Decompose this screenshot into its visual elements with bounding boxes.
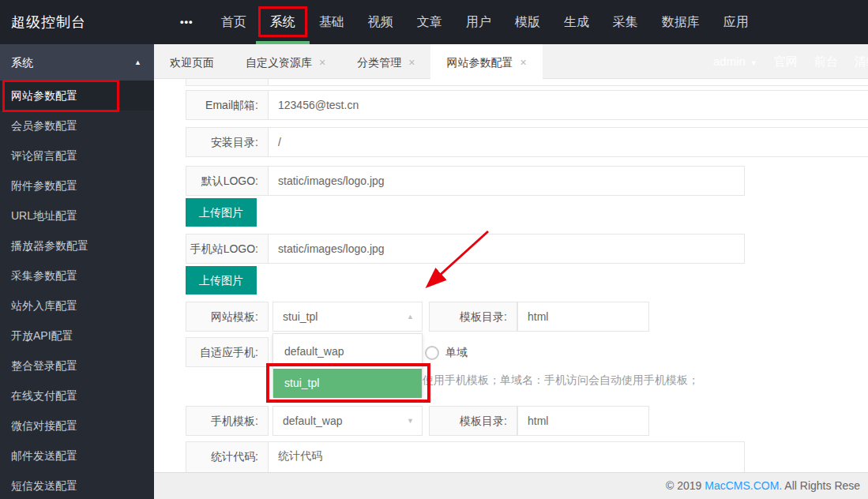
form-panel: Email邮箱: 123456@test.cn 安装目录: / 默认LOGO: … [154,79,868,499]
sidebar-item-comment-config[interactable]: 评论留言配置 [0,141,154,171]
nav-item-home[interactable]: 首页 [209,0,258,44]
footer: © 2019 MacCMS.COM. All Rights Rese [154,472,868,499]
tab-site-config[interactable]: 网站参数配置 × [430,44,542,80]
copyright-text: © 2019 MacCMS.COM. All Rights Rese [666,473,860,499]
sidebar-item-member-config[interactable]: 会员参数配置 [0,111,154,141]
tab-label: 分类管理 [357,45,401,80]
upload-image-button[interactable]: 上传图片 [186,266,257,295]
sidebar-item-external-config[interactable]: 站外入库配置 [0,291,154,321]
sidebar: 系统 ▲ 网站参数配置 会员参数配置 评论留言配置 附件参数配置 URL地址配置… [0,44,154,499]
chevron-up-icon: ▲ [134,44,141,81]
nav-item-system[interactable]: 系统 [258,0,307,44]
select-arrow-up-icon: ▲ [407,302,414,331]
nav-item-basic[interactable]: 基础 [307,0,356,44]
annotation-box-icon [258,6,307,37]
adaptive-mobile-label: 自适应手机: [186,337,269,367]
user-menu: admin▼ 官网 前台 清缓存 [713,44,868,79]
copyright-prefix: © 2019 [666,479,705,492]
app-title[interactable]: 超级控制台 [11,0,86,44]
sidebar-item-login-config[interactable]: 整合登录配置 [0,351,154,381]
template-dir-field-2[interactable]: html [517,406,649,436]
link-clear-cache[interactable]: 清缓存 [855,44,868,79]
username: admin [713,54,746,68]
maccms-link[interactable]: MacCMS.COM. [705,479,782,492]
radio-single-domain[interactable] [425,346,439,360]
nav-item-article[interactable]: 文章 [405,0,454,44]
sidebar-item-attachment-config[interactable]: 附件参数配置 [0,171,154,201]
default-logo-field[interactable]: static/images/logo.jpg [268,166,745,196]
sidebar-item-payment-config[interactable]: 在线支付配置 [0,381,154,411]
mobile-template-label: 手机模板: [186,406,269,436]
close-icon[interactable]: × [520,57,526,68]
link-official-site[interactable]: 官网 [774,44,798,79]
close-icon[interactable]: × [319,57,325,68]
nav-item-video[interactable]: 视频 [356,0,405,44]
tab-label: 自定义资源库 [246,45,312,80]
adaptive-help-text: 使用手机模板；单域名：手机访问会自动使用手机模板； [423,372,699,388]
template-dir-label: 模板目录: [429,302,517,332]
sidebar-item-url-config[interactable]: URL地址配置 [0,201,154,231]
close-icon[interactable]: × [408,57,415,68]
tab-category-manage[interactable]: 分类管理 × [341,44,430,80]
upload-image-button[interactable]: 上传图片 [186,198,257,227]
radio-single-domain-label: 单域 [445,337,468,367]
sidebar-item-mail-config[interactable]: 邮件发送配置 [0,441,154,471]
install-dir-label: 安装目录: [186,127,269,157]
dropdown-option-stui-tpl[interactable]: stui_tpl [273,369,422,398]
select-arrow-down-icon: ▼ [407,407,414,435]
site-template-label: 网站模板: [186,302,269,332]
install-dir-field[interactable]: / [268,127,868,157]
sidebar-item-api-config[interactable]: 开放API配置 [0,321,154,351]
link-front-site[interactable]: 前台 [814,44,838,79]
active-underline [256,41,310,44]
more-icon[interactable]: ••• [172,0,201,44]
template-dropdown-panel: default_wap stui_tpl [272,333,423,397]
tab-label: 欢迎页面 [170,45,214,80]
sidebar-group-label: 系统 [11,56,33,69]
tab-welcome[interactable]: 欢迎页面 [154,44,230,80]
mobile-template-select[interactable]: default_wap ▼ [272,406,423,436]
tab-label: 网站参数配置 [446,45,513,80]
nav-item-generate[interactable]: 生成 [552,0,601,44]
sidebar-item-site-config[interactable]: 网站参数配置 [0,81,154,111]
tab-bar: 欢迎页面 自定义资源库 × 分类管理 × 网站参数配置 × admin▼ 官网 … [154,44,868,79]
select-value: default_wap [283,415,343,427]
dropdown-option-default-wap[interactable]: default_wap [273,334,422,369]
nav-item-collect[interactable]: 采集 [601,0,650,44]
sidebar-item-wechat-config[interactable]: 微信对接配置 [0,411,154,441]
top-nav: ••• 首页 系统 基础 视频 文章 用户 模版 生成 采集 数据库 应用 [172,0,761,44]
top-header: 超级控制台 ••• 首页 系统 基础 视频 文章 用户 模版 生成 采集 数据库… [0,0,868,44]
sidebar-item-sms-config[interactable]: 短信发送配置 [0,471,154,499]
nav-item-app[interactable]: 应用 [712,0,761,44]
nav-item-template[interactable]: 模版 [503,0,552,44]
sidebar-group-system[interactable]: 系统 ▲ [0,44,154,81]
email-label: Email邮箱: [186,90,269,120]
mobile-logo-field[interactable]: static/images/logo.jpg [268,234,745,264]
admin-page: 超级控制台 ••• 首页 系统 基础 视频 文章 用户 模版 生成 采集 数据库… [0,0,868,499]
mobile-logo-label: 手机站LOGO: [186,234,269,264]
select-value: stui_tpl [283,310,318,323]
site-template-select[interactable]: stui_tpl ▲ [272,302,423,332]
annotation-box-icon [2,80,119,112]
default-logo-label: 默认LOGO: [186,166,269,196]
template-dir-field[interactable]: html [517,302,649,332]
sidebar-item-collect-config[interactable]: 采集参数配置 [0,261,154,291]
user-dropdown[interactable]: admin▼ [713,44,757,79]
template-dir-label-2: 模板目录: [429,406,517,436]
nav-item-database[interactable]: 数据库 [650,0,712,44]
email-field[interactable]: 123456@test.cn [268,90,868,120]
copyright-suffix: All Rights Rese [782,479,860,492]
nav-item-user[interactable]: 用户 [454,0,503,44]
chevron-down-icon: ▼ [750,59,757,67]
tab-custom-resource[interactable]: 自定义资源库 × [230,44,341,80]
sidebar-item-player-config[interactable]: 播放器参数配置 [0,231,154,261]
